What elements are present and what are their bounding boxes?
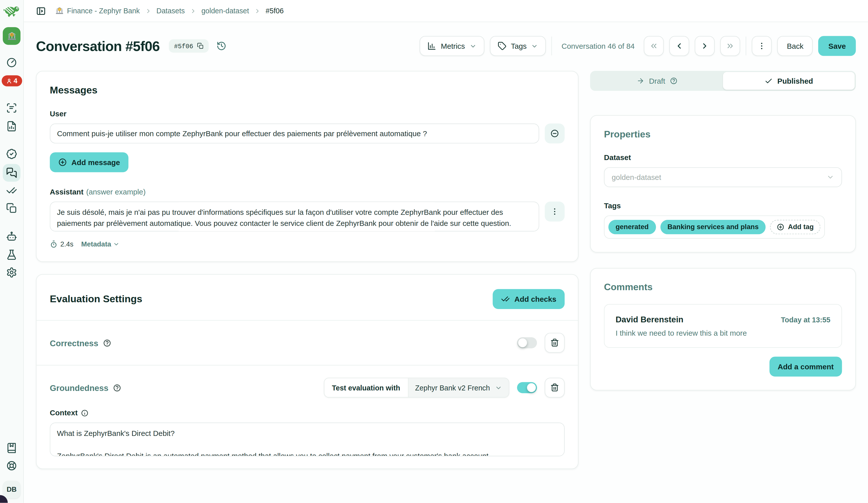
breadcrumb-datasets[interactable]: Datasets — [156, 7, 185, 15]
sidebar-item-quality[interactable] — [6, 148, 17, 160]
status-draft-button[interactable]: Draft — [591, 72, 723, 90]
book-icon — [6, 442, 17, 453]
left-column: Messages User Add message — [36, 71, 578, 469]
save-button[interactable]: Save — [818, 36, 856, 56]
delete-groundedness-button[interactable] — [545, 378, 565, 398]
right-column: Draft Published Properties Dataset — [590, 71, 856, 390]
messages-heading: Messages — [50, 85, 565, 96]
previous-page-button[interactable] — [670, 36, 690, 56]
gear-icon — [6, 267, 17, 278]
breadcrumb-dataset[interactable]: golden-dataset — [202, 7, 249, 15]
tag-pill[interactable]: Banking services and plans — [660, 220, 766, 234]
help-circle-icon[interactable] — [113, 383, 121, 392]
sidebar-item-agents[interactable] — [6, 231, 17, 242]
app-window: $ 4 — [0, 0, 868, 503]
info-icon[interactable] — [81, 409, 89, 417]
status-published-button[interactable]: Published — [723, 72, 855, 90]
trash-icon — [550, 383, 559, 392]
tags-button[interactable]: Tags — [490, 36, 546, 56]
flask-icon — [6, 249, 17, 260]
dataset-selected-value: golden-dataset — [612, 173, 661, 182]
trash-icon — [550, 338, 559, 347]
divider — [551, 37, 552, 55]
divider — [746, 37, 746, 55]
dataset-select[interactable]: golden-dataset — [604, 167, 842, 187]
sidebar-item-settings[interactable] — [6, 267, 17, 278]
tags-container: generated Banking services and plans Add… — [604, 215, 825, 239]
conversation-id: #5f06 — [174, 42, 193, 50]
assistant-meta-row: 2.4s Metadata — [50, 240, 565, 248]
scan-text-icon — [6, 103, 17, 114]
breadcrumb-workspace[interactable]: Finance - Zephyr Bank — [55, 7, 140, 15]
copy-icon — [6, 203, 17, 214]
check-row-correctness: Correctness — [37, 320, 578, 365]
dataset-label: Dataset — [604, 154, 842, 162]
app-logo[interactable] — [0, 0, 23, 22]
sidebar-item-docs[interactable] — [6, 442, 17, 453]
bar-chart-icon — [427, 41, 436, 50]
remove-message-button[interactable] — [545, 124, 565, 143]
bot-icon — [6, 231, 17, 242]
life-buoy-icon — [6, 460, 17, 471]
history-button[interactable] — [217, 41, 227, 51]
help-circle-icon — [670, 77, 678, 85]
assistant-label: Assistant — [50, 188, 83, 196]
metrics-button[interactable]: Metrics — [420, 36, 484, 56]
more-options-button[interactable] — [752, 36, 772, 56]
sidebar-item-experiments[interactable] — [6, 249, 17, 260]
sidebar-item-datasets[interactable] — [6, 203, 17, 214]
chevron-right-icon — [145, 8, 151, 14]
kebab-icon — [550, 207, 559, 216]
topbar: Finance - Zephyr Bank Datasets golden-da… — [24, 0, 868, 22]
user-message-input[interactable] — [50, 124, 539, 143]
copy-icon[interactable] — [197, 43, 204, 49]
conversation-id-badge: #5f06 — [169, 39, 209, 52]
correctness-toggle-off[interactable] — [517, 337, 537, 348]
next-page-button[interactable] — [695, 36, 715, 56]
add-tag-button[interactable]: Add tag — [770, 220, 820, 234]
back-button[interactable]: Back — [778, 36, 813, 56]
comment-timestamp: Today at 13:55 — [781, 316, 830, 324]
metadata-toggle[interactable]: Metadata — [81, 240, 119, 248]
user-message-label: User — [50, 110, 565, 118]
comments-heading: Comments — [604, 282, 842, 293]
first-page-button[interactable] — [644, 36, 664, 56]
panel-toggle-icon — [36, 6, 46, 16]
groundedness-toggle-on[interactable] — [517, 382, 537, 393]
test-evaluation-label[interactable]: Test evaluation with — [324, 378, 409, 397]
tag-pill[interactable]: generated — [608, 220, 656, 234]
user-avatar[interactable]: DB — [3, 481, 21, 499]
delete-correctness-button[interactable] — [545, 333, 565, 353]
main-area: Finance - Zephyr Bank Datasets golden-da… — [24, 0, 868, 503]
add-message-button[interactable]: Add message — [50, 152, 128, 172]
sidebar-item-support[interactable] — [6, 460, 17, 471]
chevron-down-icon — [531, 42, 538, 50]
last-page-button[interactable] — [721, 36, 741, 56]
add-checks-button[interactable]: Add checks — [493, 289, 565, 309]
messages-card: Messages User Add message — [36, 71, 578, 262]
add-comment-button[interactable]: Add a comment — [769, 357, 842, 376]
breadcrumb-current: #5f06 — [266, 7, 284, 15]
sidebar-item-conversations-active[interactable] — [3, 164, 21, 182]
context-textarea[interactable]: What is ZephyrBank's Direct Debit? Zephy… — [50, 423, 565, 456]
workspace-avatar[interactable]: $ — [3, 27, 21, 45]
chevron-right-icon — [254, 8, 260, 14]
arrow-right-icon — [637, 77, 645, 85]
help-circle-icon[interactable] — [103, 339, 111, 347]
sidebar-item-prompts[interactable] — [6, 103, 17, 114]
title-actions: Metrics Tags Conversation 46 of 84 — [420, 36, 856, 56]
check-check-icon — [6, 185, 17, 196]
assistant-message-textarea[interactable]: Je suis désolé, mais je n'ai pas pu trou… — [50, 202, 539, 232]
model-select[interactable]: Zephyr Bank v2 French — [409, 378, 509, 397]
sidebar-item-dashboard[interactable] — [6, 57, 17, 68]
comments-card: Comments David Berenstein Today at 13:55… — [590, 268, 856, 390]
chevron-left-icon — [675, 41, 684, 50]
sidebar-item-reports[interactable] — [6, 121, 17, 132]
assistant-options-button[interactable] — [545, 202, 565, 221]
sidebar-item-evaluations[interactable] — [6, 185, 17, 196]
check-row-groundedness: Groundedness Test evaluation with Zephyr… — [37, 365, 578, 468]
plus-circle-icon — [58, 158, 67, 167]
sidebar-toggle-button[interactable] — [36, 6, 46, 16]
test-evaluation-control: Test evaluation with Zephyr Bank v2 Fren… — [324, 378, 509, 398]
check-check-icon — [501, 295, 510, 304]
